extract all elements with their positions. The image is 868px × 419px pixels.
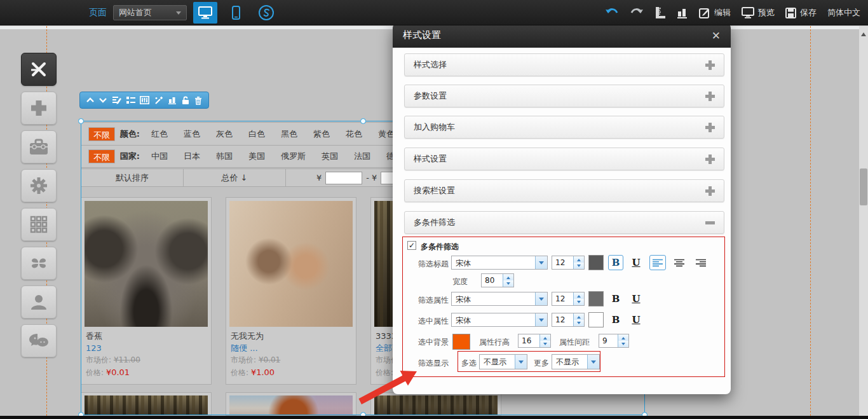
sidebar-item-app-market[interactable] <box>21 53 57 86</box>
section-label: 搜索栏设置 <box>414 185 455 196</box>
align-center-button[interactable] <box>671 255 688 270</box>
chevron-down-icon[interactable] <box>535 292 547 305</box>
list-icon[interactable] <box>126 97 135 104</box>
component-toolbar <box>79 92 209 109</box>
edit-icon[interactable] <box>112 96 121 104</box>
preview-button[interactable]: 预览 <box>742 7 775 18</box>
selection-handle-top-mid[interactable] <box>360 118 366 124</box>
selection-handle-top-left[interactable] <box>78 118 84 124</box>
mobile-view-button[interactable] <box>224 2 248 24</box>
spinner-up-icon[interactable] <box>618 334 628 341</box>
sidebar-item-user[interactable] <box>21 285 57 319</box>
edit-button[interactable]: 编辑 <box>699 7 731 18</box>
filter-title-size-spinner[interactable]: 12 <box>552 256 585 270</box>
filter-title-font-select[interactable]: 宋体 <box>451 256 548 270</box>
sidebar-item-modules[interactable] <box>21 208 57 241</box>
spinner-down-icon[interactable] <box>574 320 584 326</box>
preview-label: 预览 <box>758 7 775 18</box>
spinner-up-icon[interactable] <box>574 256 584 263</box>
chevron-down-icon <box>176 11 181 17</box>
spinner-down-icon[interactable] <box>574 299 584 305</box>
desktop-view-button[interactable] <box>193 2 217 24</box>
scrollbar-thumb[interactable] <box>860 168 867 205</box>
magic-wand-icon[interactable] <box>154 96 163 105</box>
trash-icon[interactable] <box>194 96 202 105</box>
underline-button[interactable]: U <box>628 312 644 327</box>
underline-button[interactable]: U <box>628 291 644 306</box>
ruler-icon[interactable] <box>654 6 666 19</box>
undo-icon[interactable] <box>605 8 619 18</box>
spinner-up-icon[interactable] <box>540 334 550 341</box>
section-add-to-cart[interactable]: 加入购物车 <box>404 116 724 139</box>
sidebar-item-settings[interactable] <box>21 169 57 202</box>
expand-plus-icon[interactable] <box>705 92 715 101</box>
filter-attr-font-select[interactable]: 宋体 <box>451 292 548 306</box>
spinner-down-icon[interactable] <box>618 341 628 347</box>
monitor-icon <box>198 6 212 19</box>
filter-attr-color-swatch[interactable] <box>588 291 604 306</box>
bold-button[interactable]: B <box>608 255 623 270</box>
multi-select-dropdown[interactable]: 不显示 <box>479 354 527 369</box>
spinner-up-icon[interactable] <box>574 313 584 320</box>
redo-icon[interactable] <box>630 8 644 18</box>
bold-button[interactable]: B <box>608 291 623 306</box>
section-multi-filter[interactable]: 多条件筛选 <box>404 211 724 234</box>
section-style-settings[interactable]: 样式设置 <box>404 148 724 170</box>
expand-plus-icon[interactable] <box>705 186 715 196</box>
align-left-button[interactable] <box>649 255 666 270</box>
align-right-button[interactable] <box>693 255 709 270</box>
lock-icon[interactable] <box>182 96 189 105</box>
section-search-bar[interactable]: 搜索栏设置 <box>404 179 724 202</box>
sidebar-item-toolbox[interactable] <box>21 130 57 163</box>
chevron-down-icon[interactable] <box>535 256 547 269</box>
expand-plus-icon[interactable] <box>705 155 715 164</box>
sidebar-item-add[interactable] <box>21 92 57 125</box>
row-height-label: 属性行高 <box>479 337 510 348</box>
spinner-up-icon[interactable] <box>503 274 513 280</box>
font-select-value: 宋体 <box>452 313 535 326</box>
preview-monitor-icon <box>742 7 754 18</box>
theme-style-button[interactable] <box>254 2 278 24</box>
close-icon[interactable]: ✕ <box>712 29 721 42</box>
collapse-minus-icon[interactable] <box>705 221 715 224</box>
section-label: 参数设置 <box>414 90 447 102</box>
page-select[interactable]: 网站首页 <box>113 5 187 20</box>
sliders-icon[interactable] <box>140 96 149 104</box>
bold-button[interactable]: B <box>608 312 623 327</box>
sidebar-item-chat[interactable] <box>21 324 57 357</box>
scroll-up-icon[interactable] <box>861 30 866 36</box>
align-right-icon <box>696 259 706 267</box>
language-switcher[interactable]: 简体中文 <box>827 7 860 18</box>
move-down-icon[interactable] <box>99 97 107 103</box>
stats-icon[interactable] <box>168 96 177 104</box>
chevron-down-icon[interactable] <box>587 355 599 369</box>
chevron-down-icon[interactable] <box>515 355 527 369</box>
multi-filter-checkbox[interactable]: ✓ <box>407 241 416 250</box>
selected-bg-color-swatch[interactable] <box>452 334 470 350</box>
width-spinner[interactable]: 80 <box>481 273 514 287</box>
underline-button[interactable]: U <box>628 255 644 270</box>
dropdown-value: 不显示 <box>552 355 587 369</box>
row-height-spinner[interactable]: 16 <box>518 334 551 348</box>
more-dropdown[interactable]: 不显示 <box>552 354 600 369</box>
selected-attr-size-spinner[interactable]: 12 <box>552 313 585 327</box>
save-button[interactable]: 保存 <box>785 7 817 18</box>
sidebar-item-widgets[interactable] <box>21 247 57 280</box>
section-style-select[interactable]: 样式选择 <box>404 53 724 76</box>
spinner-up-icon[interactable] <box>574 292 584 299</box>
stats-icon[interactable] <box>677 7 688 18</box>
expand-plus-icon[interactable] <box>705 123 715 132</box>
selected-attr-font-select[interactable]: 宋体 <box>451 313 548 327</box>
filter-attr-size-spinner[interactable]: 12 <box>552 292 585 306</box>
selected-attr-color-swatch[interactable] <box>588 312 604 327</box>
scrollbar[interactable] <box>859 26 868 416</box>
spinner-down-icon[interactable] <box>540 341 550 347</box>
section-parameters[interactable]: 参数设置 <box>404 85 724 107</box>
move-up-icon[interactable] <box>86 97 94 103</box>
attr-spacing-spinner[interactable]: 9 <box>599 334 629 348</box>
spinner-down-icon[interactable] <box>503 280 513 287</box>
chevron-down-icon[interactable] <box>535 313 547 326</box>
spinner-down-icon[interactable] <box>574 263 584 269</box>
expand-plus-icon[interactable] <box>705 60 715 70</box>
filter-title-color-swatch[interactable] <box>588 255 604 270</box>
